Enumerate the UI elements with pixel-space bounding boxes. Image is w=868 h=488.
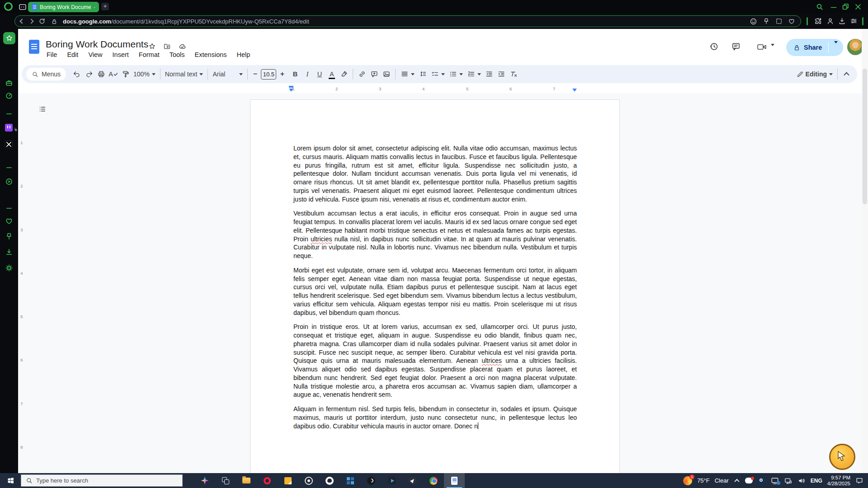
menu-file[interactable]: File	[47, 51, 57, 58]
scrollbar-track[interactable]	[862, 29, 868, 473]
weather-condition[interactable]: Clear	[715, 477, 729, 484]
bulleted-list-button[interactable]	[447, 68, 459, 80]
settings-gear-icon[interactable]	[5, 264, 13, 272]
style-caret-icon[interactable]	[199, 73, 203, 75]
font-size-increase-button[interactable]: +	[278, 68, 287, 80]
meet-video-icon[interactable]	[756, 42, 767, 52]
insert-link-button[interactable]	[356, 68, 368, 80]
mode-caret-icon[interactable]	[829, 73, 833, 75]
menus-search-button[interactable]: Menus	[26, 68, 66, 80]
highlight-color-button[interactable]	[338, 68, 350, 80]
extensions-puzzle-icon[interactable]	[814, 17, 822, 25]
checklist-button[interactable]	[429, 68, 441, 80]
downloads-icon[interactable]	[5, 248, 13, 256]
video-player-icon[interactable]	[382, 473, 402, 488]
url-text[interactable]: docs.google.com/document/d/1kvdsq1RcpjYX…	[63, 18, 309, 25]
zoom-caret-icon[interactable]	[152, 73, 156, 75]
scrollbar-thumb[interactable]	[863, 69, 867, 204]
volume-tray-icon[interactable]	[797, 477, 806, 484]
spellcheck-button[interactable]: A	[107, 68, 119, 80]
github-icon[interactable]	[319, 473, 340, 488]
opera-gx-logo-icon[interactable]	[4, 2, 13, 11]
settings-sliders-icon[interactable]	[850, 17, 858, 25]
document-text[interactable]: Lorem ipsum dolor sit amet, consectetur …	[293, 144, 577, 436]
language-indicator[interactable]: ENG	[811, 478, 822, 484]
underline-button[interactable]: U	[313, 68, 326, 80]
cloud-saved-icon[interactable]	[178, 42, 187, 50]
checklist-caret-icon[interactable]	[441, 73, 445, 75]
add-comment-button[interactable]	[368, 68, 380, 80]
hide-menus-button[interactable]	[840, 68, 853, 80]
taskbar-search-input[interactable]: Type here to search	[21, 474, 183, 487]
numbered-list-caret-icon[interactable]	[477, 73, 481, 75]
increase-indent-button[interactable]	[495, 68, 507, 80]
app-tiles-icon[interactable]	[340, 473, 361, 488]
steam-tray-icon[interactable]	[758, 477, 766, 485]
new-tab-button[interactable]: +	[101, 3, 109, 10]
font-size-decrease-button[interactable]: −	[250, 68, 259, 80]
numbered-list-button[interactable]	[465, 68, 477, 80]
align-caret-icon[interactable]	[411, 73, 415, 75]
user-avatar[interactable]	[847, 39, 863, 55]
paragraph[interactable]: Lorem ipsum dolor sit amet, consectetur …	[293, 144, 577, 203]
favorites-heart-icon[interactable]	[788, 18, 795, 25]
mode-label[interactable]: Editing	[804, 70, 829, 78]
insert-image-button[interactable]	[380, 68, 392, 80]
action-center-icon[interactable]	[855, 477, 863, 484]
undo-button[interactable]	[71, 68, 83, 80]
tray-expand-icon[interactable]	[734, 479, 740, 483]
back-icon[interactable]	[19, 19, 24, 23]
task-view-icon[interactable]	[215, 473, 236, 488]
google-docs-taskbar-icon[interactable]	[444, 473, 465, 488]
twitch-icon[interactable]: 6	[5, 124, 13, 131]
forward-icon[interactable]	[28, 19, 33, 23]
paragraph[interactable]: Morbi eget est vulputate, ornare sem id,…	[293, 266, 577, 317]
star-document-icon[interactable]	[148, 42, 156, 50]
snapshot-icon[interactable]	[775, 18, 783, 25]
browser-tab[interactable]: Boring Work Documents -	[28, 2, 99, 12]
document-outline-icon[interactable]	[36, 103, 48, 115]
clock[interactable]: 9:57 PM 4/28/2025	[827, 475, 850, 487]
downloads-icon[interactable]	[838, 17, 846, 25]
opera-icon[interactable]	[257, 473, 278, 488]
horizontal-ruler[interactable]: 1 2 3 4 5 6 7	[18, 85, 862, 93]
bold-button[interactable]: B	[289, 68, 301, 80]
font-caret-icon[interactable]	[239, 73, 243, 75]
start-button[interactable]	[0, 473, 21, 488]
recorder-icon[interactable]	[298, 473, 319, 488]
menu-view[interactable]: View	[88, 51, 102, 58]
clear-formatting-button[interactable]	[507, 68, 519, 80]
paragraph[interactable]: Proin in tristique eros. Ut at lorem var…	[293, 323, 577, 399]
zoom-value[interactable]: 100%	[132, 70, 151, 78]
window-minimize-icon[interactable]	[830, 3, 838, 10]
gx-corner-star-icon[interactable]	[3, 32, 15, 44]
file-explorer-icon[interactable]	[236, 473, 257, 488]
favorites-heart-icon[interactable]	[5, 217, 13, 225]
first-line-indent-marker[interactable]	[289, 86, 293, 88]
version-history-icon[interactable]	[709, 42, 719, 52]
discord-tray-icon[interactable]	[745, 478, 753, 483]
menu-format[interactable]: Format	[139, 51, 160, 58]
music-app-icon[interactable]	[361, 473, 382, 488]
line-spacing-button[interactable]	[416, 68, 429, 80]
font-value[interactable]: Arial	[211, 70, 239, 78]
chrome-icon[interactable]	[423, 473, 444, 488]
menu-help[interactable]: Help	[237, 51, 250, 58]
text-color-button[interactable]: A	[326, 68, 338, 80]
left-indent-marker[interactable]	[289, 89, 293, 92]
paragraph[interactable]: Aliquam in fermentum nisl. Sed turpis fe…	[293, 405, 577, 430]
menu-edit[interactable]: Edit	[67, 51, 78, 58]
document-page[interactable]: Lorem ipsum dolor sit amet, consectetur …	[250, 99, 620, 473]
sticky-notes-icon[interactable]	[278, 473, 298, 488]
pinboard-icon[interactable]	[5, 232, 13, 240]
site-lock-icon[interactable]	[51, 18, 57, 25]
paragraph[interactable]: Vestibulum accumsan lectus a erat iaculi…	[293, 209, 577, 260]
meet-caret-icon[interactable]	[771, 46, 774, 54]
easy-files-briefcase-icon[interactable]	[5, 79, 13, 87]
font-size-input[interactable]: 10.5	[261, 69, 276, 80]
document-title[interactable]: Boring Work Documents	[46, 39, 148, 50]
gx-control-gauge-icon[interactable]	[5, 92, 13, 100]
reload-icon[interactable]	[38, 18, 46, 25]
menu-tools[interactable]: Tools	[170, 51, 185, 58]
window-close-icon[interactable]	[854, 3, 863, 10]
